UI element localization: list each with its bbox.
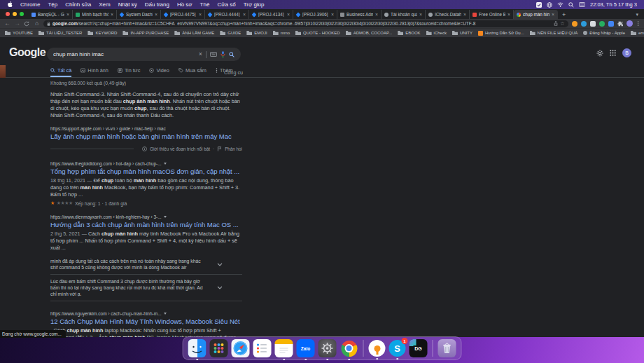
browser-tab[interactable]: [PROJ-3906] Lỗi × <box>293 10 337 19</box>
dock-skype-icon[interactable]: S 1 <box>389 340 406 357</box>
bookmark-folder[interactable]: TÀI LIỆU_TESTER <box>38 31 82 35</box>
google-apps-grid-icon[interactable] <box>610 50 616 56</box>
result-title-link[interactable]: 12 Cách Chụp Màn Hình Máy Tính Windows, … <box>50 317 242 325</box>
browser-tab[interactable]: [PROJ-4134] [Mi × <box>249 10 293 19</box>
bookmark-folder[interactable]: error <box>631 31 644 35</box>
tab-close-icon[interactable]: × <box>331 13 334 17</box>
qa-row[interactable]: Lúc đầu em bấm shift Command 3 chụp được… <box>50 275 242 301</box>
forward-button[interactable]: → <box>14 20 20 27</box>
menu-item[interactable]: Trợ giúp <box>244 1 265 8</box>
globe-icon[interactable] <box>547 2 552 8</box>
browser-menu-icon[interactable] <box>636 21 640 26</box>
dock-notes-icon[interactable] <box>275 339 293 357</box>
dock-zalo-icon[interactable]: Zalo <box>297 339 315 357</box>
dock-launchpad-icon[interactable] <box>210 339 228 357</box>
apple-menu-icon[interactable] <box>7 1 13 8</box>
tab-close-icon[interactable]: × <box>552 13 554 17</box>
tab-close-icon[interactable]: × <box>375 13 378 17</box>
bookmark-folder[interactable]: GUIDE <box>220 31 241 35</box>
new-tab-button[interactable]: + <box>558 11 570 19</box>
extensions-puzzle-icon[interactable] <box>617 21 623 27</box>
browser-profile-avatar[interactable] <box>626 20 633 27</box>
address-bar[interactable]: google.com/search?q=chụp+màn+hình+imac&r… <box>43 20 568 27</box>
tab-all[interactable]: Tất cả <box>50 67 71 77</box>
dock-chrome-icon[interactable] <box>340 339 358 357</box>
tab-news[interactable]: Tin tức <box>118 67 140 77</box>
bookmark-folder[interactable]: QUOTE - HOOKED <box>295 31 340 35</box>
tab-close-icon[interactable]: × <box>507 13 510 17</box>
bookmark-folder[interactable]: iCheck <box>426 31 447 35</box>
menu-item[interactable]: Dấu trang <box>145 1 169 8</box>
browser-tab[interactable]: Minh bạch thông t × <box>73 10 117 19</box>
bookmark-folder[interactable]: ADMOB, COCOAP... <box>346 31 393 35</box>
menu-item[interactable]: Tệp <box>48 1 57 8</box>
bookmark-folder[interactable]: UNITY <box>452 31 472 35</box>
result-url[interactable]: https://www.thegioididong.com › hoi-dap … <box>50 161 242 166</box>
extension-blue-icon[interactable] <box>581 21 587 27</box>
settings-gear-icon[interactable] <box>596 50 603 57</box>
extension-qr-icon[interactable] <box>590 21 596 27</box>
result-title-link[interactable]: Hướng dẫn 3 cách chụp ảnh màn hình trên … <box>50 221 242 228</box>
result-title-link[interactable]: Tổng hợp phím tắt chụp màn hình macOS đơ… <box>50 167 242 175</box>
about-featured-link[interactable]: Giới thiệu về đoạn trích nổi bật <box>150 146 210 151</box>
bookmark-folder[interactable]: mmo <box>273 31 290 35</box>
tab-close-icon[interactable]: × <box>199 13 202 17</box>
search-submit-icon[interactable] <box>229 52 234 57</box>
dock-trash-icon[interactable] <box>438 339 456 357</box>
browser-tab[interactable]: BangSQL - Googl × <box>29 10 73 19</box>
wifi-icon[interactable] <box>557 2 564 7</box>
chevron-down-icon[interactable] <box>217 286 223 289</box>
tab-close-icon[interactable]: × <box>66 13 69 17</box>
browser-tab[interactable]: Free Online Barco × <box>470 10 514 19</box>
reload-button[interactable] <box>24 21 30 27</box>
result-url[interactable]: https://www.nguyenkim.com › cach-chup-ma… <box>50 311 242 316</box>
feedback-link[interactable]: Phản hồi <box>225 146 242 151</box>
browser-tab[interactable]: System Dashboar × <box>117 10 161 19</box>
bookmark-folder[interactable]: NÉN FILE HIỆU QUẢ <box>530 31 578 35</box>
tab-close-icon[interactable]: × <box>243 13 246 17</box>
qa-row[interactable]: mình đã áp dụng tất cả các cách trên mà … <box>50 254 242 275</box>
back-button[interactable]: ← <box>4 20 10 27</box>
dock-safari-icon[interactable] <box>232 339 250 357</box>
extension-orange-icon[interactable] <box>572 21 578 27</box>
browser-tab[interactable]: [PROJ-4444] [Bu × <box>205 10 249 19</box>
browser-tab[interactable]: Tài khoản quản lý × <box>382 10 426 19</box>
clear-search-icon[interactable]: × <box>199 51 202 57</box>
check-circle-icon[interactable] <box>536 2 542 8</box>
menu-bar-clock[interactable]: 22:03, Th 5 17 thg 3 <box>590 1 637 8</box>
search-input[interactable]: chụp màn hình imac × <box>47 48 241 61</box>
result-title-link[interactable]: Lấy ảnh chụp màn hình hoặc bản ghi màn h… <box>50 132 242 140</box>
zoom-window-button[interactable] <box>20 12 24 16</box>
menu-item[interactable]: Xem <box>99 1 110 8</box>
dock-openvpn-icon[interactable] <box>369 340 386 357</box>
menu-item[interactable]: Chỉnh sửa <box>65 1 91 8</box>
tab-images[interactable]: Hình ảnh <box>80 67 108 77</box>
url-options-caret-icon[interactable] <box>164 163 167 165</box>
spotlight-search-icon[interactable] <box>568 2 574 8</box>
menu-item[interactable]: Cửa sổ <box>217 1 235 8</box>
home-button[interactable]: ⌂ <box>34 20 40 27</box>
bookmark-folder[interactable]: EBOOK <box>398 31 420 35</box>
tab-close-icon[interactable]: × <box>463 13 466 17</box>
input-source-icon[interactable] <box>579 2 585 7</box>
browser-tab[interactable]: ICheck-Datahub × <box>426 10 470 19</box>
bookmark-star-icon[interactable]: ☆ <box>560 21 564 26</box>
browser-tab[interactable]: [PROJ-4475] Mil × <box>161 10 205 19</box>
keyboard-icon[interactable] <box>210 52 217 57</box>
tab-close-icon[interactable]: × <box>155 13 158 17</box>
extension-blue-square-icon[interactable] <box>608 21 614 27</box>
result-url[interactable]: https://www.dienmayxanh.com › kinh-nghie… <box>50 214 242 219</box>
voice-search-icon[interactable] <box>220 51 225 57</box>
share-icon[interactable] <box>554 21 558 26</box>
account-avatar[interactable]: B <box>622 48 631 57</box>
minimize-window-button[interactable] <box>13 12 17 16</box>
result-url[interactable]: https://support.apple.com › vi-vn › guid… <box>50 126 242 131</box>
close-window-button[interactable] <box>6 12 10 16</box>
browser-tab[interactable]: Business Admin × <box>337 10 382 19</box>
extension-green-icon[interactable] <box>599 21 605 27</box>
bookmark-folder[interactable]: ẢNH LÀM GAME <box>174 31 214 35</box>
url-options-caret-icon[interactable] <box>164 313 167 315</box>
tab-shopping[interactable]: Mua sắm <box>178 67 206 77</box>
tab-search-button[interactable]: ▾ <box>636 12 644 19</box>
bookmark-folder[interactable]: Đăng Nhập - Apple <box>583 31 625 35</box>
